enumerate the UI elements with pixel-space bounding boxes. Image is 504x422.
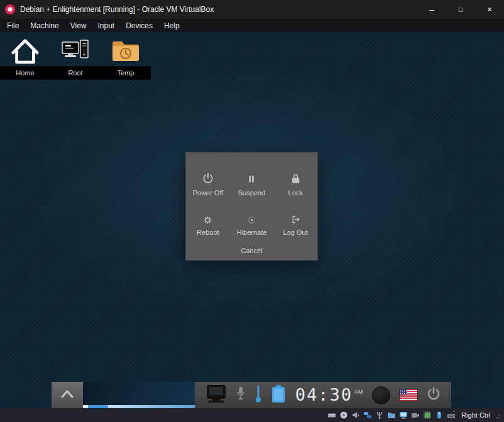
menu-help[interactable]: Help (158, 19, 185, 32)
cancel-button[interactable]: Cancel (186, 247, 317, 254)
window-controls: – □ × (417, 0, 504, 19)
reboot-button[interactable]: Reboot (186, 198, 230, 238)
gear-icon (204, 209, 212, 224)
desktop-icon-temp[interactable]: Temp (101, 32, 151, 80)
desktop-icon-label: Home (0, 66, 50, 80)
usb-icon[interactable] (375, 411, 384, 420)
battery-icon[interactable] (271, 384, 286, 406)
lock-icon (290, 170, 301, 185)
suspend-button[interactable]: Suspend (230, 159, 274, 198)
hard-disk-icon[interactable] (327, 411, 336, 420)
shelf: 04:30 AM (52, 382, 451, 408)
desktop-icons: Home Roo (0, 32, 151, 80)
menu-machine[interactable]: Machine (25, 19, 64, 32)
menu-file[interactable]: File (1, 19, 25, 32)
hibernate-button[interactable]: Hibernate (230, 198, 274, 238)
action-label: Suspend (238, 189, 265, 197)
optical-disk-icon[interactable] (339, 411, 348, 420)
system-actions-dialog: Power Off Suspend (185, 152, 318, 261)
mouse-icon[interactable] (434, 411, 444, 420)
desktop-icon-label: Root (50, 66, 101, 80)
shelf-power-button[interactable] (426, 386, 441, 404)
menu-view[interactable]: View (65, 19, 92, 32)
clock-meridiem: AM (354, 389, 363, 395)
features-icon[interactable] (422, 411, 432, 420)
log-out-button[interactable]: Log Out (273, 198, 317, 238)
action-label: Reboot (197, 229, 219, 236)
computer-tower-icon (62, 36, 89, 66)
keyboard-icon[interactable] (446, 411, 456, 420)
desktop-icon-home[interactable]: Home (0, 32, 50, 80)
hibernate-icon (248, 209, 256, 224)
desktop-icon-root[interactable]: Root (50, 32, 101, 80)
shelf-autohide-button[interactable] (52, 382, 83, 408)
action-label: Log Out (283, 229, 308, 236)
system-actions-grid: Power Off Suspend (186, 153, 317, 238)
shared-folders-icon[interactable] (386, 411, 396, 420)
window-title: Debian + Enlightenment [Running] - Oracl… (20, 5, 214, 14)
pause-icon (246, 170, 257, 185)
shelf-gadgets: 04:30 AM (195, 382, 451, 408)
window-titlebar: Debian + Enlightenment [Running] - Oracl… (0, 0, 504, 19)
network-icon[interactable] (363, 411, 372, 420)
action-label: Power Off (192, 189, 223, 197)
audio-icon[interactable] (351, 411, 360, 420)
lock-button[interactable]: Lock (273, 159, 317, 198)
home-icon (11, 36, 40, 66)
minimize-button[interactable]: – (417, 0, 446, 19)
action-label: Lock (288, 189, 303, 197)
power-off-button[interactable]: Power Off (186, 159, 230, 198)
logout-icon (291, 209, 300, 224)
flag-canton (400, 389, 407, 394)
virtualbox-window: Debian + Enlightenment [Running] - Oracl… (0, 0, 504, 422)
folder-clock-icon (111, 36, 140, 66)
vm-menubar: File Machine View Input Devices Help (0, 19, 504, 32)
display-icon[interactable] (398, 411, 408, 420)
cpufreq-knob[interactable] (372, 386, 390, 404)
menu-devices[interactable]: Devices (120, 19, 158, 32)
clock-time: 04:30 (295, 385, 353, 405)
vm-app-icon (5, 4, 15, 14)
vbox-statusbar: Right Ctrl (0, 408, 504, 422)
keyboard-layout-flag-us[interactable] (400, 389, 417, 401)
temperature-icon[interactable] (255, 384, 262, 406)
chevron-up-icon (60, 389, 74, 401)
host-key-label: Right Ctrl (461, 411, 490, 419)
resize-grip-icon[interactable] (495, 411, 501, 419)
desktop-icon-label: Temp (101, 66, 151, 80)
digital-clock[interactable]: 04:30 AM (295, 385, 363, 405)
desktop-pager[interactable] (83, 382, 195, 408)
maximize-button[interactable]: □ (446, 0, 475, 19)
close-button[interactable]: × (475, 0, 504, 19)
recording-icon[interactable] (410, 411, 420, 420)
action-label: Hibernate (237, 229, 267, 236)
mixer-microphone-icon[interactable] (236, 386, 245, 404)
menu-input[interactable]: Input (92, 19, 121, 32)
guest-desktop: Home Roo (0, 32, 504, 408)
power-icon (202, 170, 214, 185)
computer-gadget-icon[interactable] (205, 384, 227, 406)
